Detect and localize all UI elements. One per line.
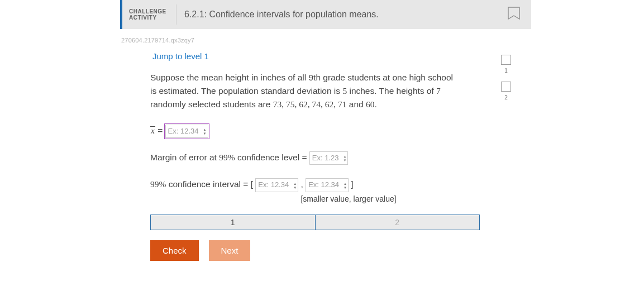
viewport: CHALLENGE ACTIVITY 6.2.1: Confidence int… <box>0 0 644 281</box>
prompt-text: . <box>374 99 376 109</box>
moe-label: confidence level = <box>235 153 309 162</box>
mean-row: x = Ex: 12.34▲▼ <box>150 125 455 138</box>
moe-input[interactable]: Ex: 1.23▲▼ <box>309 151 349 165</box>
button-row: Check Next <box>150 240 455 261</box>
next-button[interactable]: Next <box>209 240 251 261</box>
prompt-text: randomly selected students are <box>150 99 273 109</box>
header-divider <box>176 4 176 25</box>
stepper-icon[interactable]: ▲▼ <box>293 182 297 189</box>
bookmark-icon[interactable] <box>507 7 521 22</box>
moe-label: Margin of error at <box>150 153 219 162</box>
mean-placeholder: Ex: 12.34 <box>168 127 199 135</box>
progress-step-1[interactable]: 1 <box>151 215 316 230</box>
jump-to-level-link[interactable]: Jump to level 1 <box>120 45 531 64</box>
prompt-text: inches. The heights of <box>347 86 436 96</box>
activity-header: CHALLENGE ACTIVITY 6.2.1: Confidence int… <box>120 0 531 29</box>
activity-title: 6.2.1: Confidence intervals for populati… <box>184 9 379 20</box>
level-box-2[interactable] <box>501 82 511 92</box>
mean-input[interactable]: Ex: 12.34▲▼ <box>165 125 208 138</box>
check-button[interactable]: Check <box>150 240 199 261</box>
progress-bar: 1 2 <box>150 215 480 230</box>
activity-card: CHALLENGE ACTIVITY 6.2.1: Confidence int… <box>120 0 531 261</box>
activity-type-line1: CHALLENGE <box>129 8 173 15</box>
stepper-icon[interactable]: ▲▼ <box>344 155 347 162</box>
question-prompt: Suppose the mean height in inches of all… <box>150 71 455 111</box>
level-box-1[interactable] <box>501 55 511 65</box>
question-content: Suppose the mean height in inches of all… <box>120 64 455 261</box>
stepper-icon[interactable]: ▲▼ <box>344 182 347 189</box>
level-item-1: 1 <box>501 55 511 74</box>
stepper-icon[interactable]: ▲▼ <box>203 128 207 135</box>
prompt-text: and <box>346 99 365 109</box>
confidence-pct: 99% <box>150 180 166 189</box>
bracket-close: ] <box>349 180 354 189</box>
x-bar-symbol: x <box>150 126 155 136</box>
activity-type-label: CHALLENGE ACTIVITY <box>129 8 173 21</box>
margin-of-error-row: Margin of error at 99% confidence level … <box>150 151 455 165</box>
data-values: 73, 75, 62, 74, 62, 71 <box>273 99 347 109</box>
equals-sign: = <box>155 126 165 135</box>
data-last-value: 60 <box>366 99 375 109</box>
activity-type-line2: ACTIVITY <box>129 15 173 21</box>
content-id: 270604.2179714.qx3zqy7 <box>120 29 531 45</box>
level-sidebar: 1 2 <box>501 55 511 101</box>
confidence-pct: 99% <box>219 153 235 162</box>
ci-low-placeholder: Ex: 12.34 <box>258 180 289 189</box>
moe-placeholder: Ex: 1.23 <box>312 154 339 162</box>
interval-hint: [smaller value, larger value] <box>242 194 455 203</box>
confidence-interval-row: 99% confidence interval = [ Ex: 12.34▲▼ … <box>150 178 455 203</box>
ci-high-placeholder: Ex: 12.34 <box>308 180 339 189</box>
level-number-1: 1 <box>504 68 508 74</box>
progress-step-2[interactable]: 2 <box>316 215 480 230</box>
ci-label: confidence interval = [ <box>166 180 255 189</box>
sample-size-value: 7 <box>436 86 441 96</box>
ci-low-input[interactable]: Ex: 12.34▲▼ <box>255 178 298 192</box>
std-dev-value: 5 <box>342 86 347 96</box>
comma: , <box>298 180 306 189</box>
level-item-2: 2 <box>501 82 511 101</box>
level-number-2: 2 <box>504 94 508 101</box>
ci-high-input[interactable]: Ex: 12.34▲▼ <box>306 178 349 192</box>
